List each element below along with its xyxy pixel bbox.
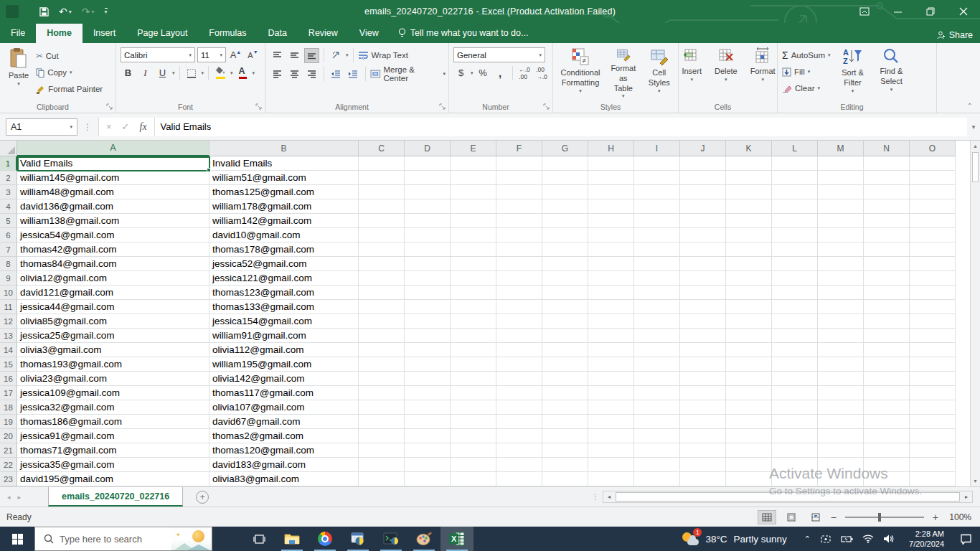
row-header-11[interactable]: 11 [0,300,17,314]
cell-E6[interactable] [451,228,496,242]
cell-B7[interactable]: thomas178@gmail.com [209,242,359,257]
cell-H15[interactable] [588,357,634,372]
cell-B3[interactable]: thomas125@gmail.com [209,185,359,199]
cell-O6[interactable] [910,228,956,242]
cell-A15[interactable]: thomas193@gmail.com [17,357,209,372]
cell-L17[interactable] [772,386,818,400]
cell-B16[interactable]: olivia142@gmail.com [209,372,359,386]
cell-N17[interactable] [864,386,910,400]
cell-M14[interactable] [818,343,864,357]
paint-icon[interactable] [407,527,440,551]
cell-H3[interactable] [588,185,634,199]
cell-M18[interactable] [818,400,864,415]
top-align-button[interactable] [270,48,285,63]
cell-C5[interactable] [359,214,405,228]
cell-B10[interactable]: thomas123@gmail.com [209,286,359,300]
cell-E5[interactable] [451,214,496,228]
cell-D5[interactable] [405,214,451,228]
cell-E1[interactable] [451,156,496,171]
format-painter-button[interactable]: Format Painter [36,81,103,97]
cell-A3[interactable]: william48@gmail.com [17,185,209,199]
cell-F11[interactable] [496,300,542,314]
zoom-in-icon[interactable]: + [933,512,938,523]
cell-J19[interactable] [680,415,726,429]
cell-B19[interactable]: david67@gmail.com [209,415,359,429]
autosum-button[interactable]: ΣAutoSum▾ [782,47,830,63]
cell-B5[interactable]: william142@gmail.com [209,214,359,228]
cell-L10[interactable] [772,286,818,300]
cell-K1[interactable] [726,156,772,171]
cell-O18[interactable] [910,400,956,415]
cell-O19[interactable] [910,415,956,429]
cell-E13[interactable] [451,329,496,343]
cell-L23[interactable] [772,472,818,486]
clock[interactable]: 2:28 AM 7/20/2024 [902,529,951,550]
cell-G19[interactable] [542,415,588,429]
font-family-select[interactable]: Calibri▾ [121,47,195,62]
cell-N21[interactable] [864,443,910,458]
cell-D8[interactable] [405,257,451,271]
cell-A1[interactable]: Valid Emails [17,156,209,171]
namebox-splitter[interactable]: ⋮ [83,122,93,132]
cell-I20[interactable] [634,429,680,443]
cell-E22[interactable] [451,458,496,472]
cell-B17[interactable]: thomas117@gmail.com [209,386,359,400]
cell-E4[interactable] [451,199,496,214]
row-header-10[interactable]: 10 [0,286,17,300]
cell-J14[interactable] [680,343,726,357]
bottom-align-button[interactable] [304,48,319,63]
cell-K23[interactable] [726,472,772,486]
cell-G8[interactable] [542,257,588,271]
cell-N7[interactable] [864,242,910,257]
cell-F14[interactable] [496,343,542,357]
cell-C7[interactable] [359,242,405,257]
cell-A23[interactable]: david195@gmail.com [17,472,209,486]
column-header-F[interactable]: F [496,141,542,156]
cell-J5[interactable] [680,214,726,228]
start-icon[interactable] [0,527,34,551]
cell-M13[interactable] [818,329,864,343]
scroll-left-icon[interactable]: ◂ [603,494,615,500]
cell-N9[interactable] [864,271,910,286]
restore-icon[interactable] [914,0,947,23]
cell-O21[interactable] [910,443,956,458]
format-as-table-button[interactable]: Format as Table▾ [605,46,642,101]
cell-N13[interactable] [864,329,910,343]
cell-K6[interactable] [726,228,772,242]
cell-H11[interactable] [588,300,634,314]
accounting-dropdown[interactable]: ▾ [471,70,473,76]
cell-styles-button[interactable]: Cell Styles▾ [644,46,675,101]
cell-A5[interactable]: william138@gmail.com [17,214,209,228]
cell-H22[interactable] [588,458,634,472]
cell-E19[interactable] [451,415,496,429]
cell-L4[interactable] [772,199,818,214]
formula-bar-expand-icon[interactable]: ▾ [967,123,980,131]
cell-M23[interactable] [818,472,864,486]
cell-K3[interactable] [726,185,772,199]
number-format-select[interactable]: General▾ [453,47,545,62]
row-header-18[interactable]: 18 [0,400,17,415]
cell-O3[interactable] [910,185,956,199]
cell-I2[interactable] [634,171,680,185]
normal-view-icon[interactable] [758,510,776,524]
cell-G17[interactable] [542,386,588,400]
excel-icon[interactable]: X [440,527,473,551]
cell-M17[interactable] [818,386,864,400]
cell-C21[interactable] [359,443,405,458]
cell-G14[interactable] [542,343,588,357]
number-dialog-launcher-icon[interactable] [543,103,550,110]
align-left-button[interactable] [270,67,285,82]
scroll-up-icon[interactable]: ▲ [971,141,980,151]
cell-G4[interactable] [542,199,588,214]
cell-H1[interactable] [588,156,634,171]
tab-review[interactable]: Review [298,24,349,43]
cast-icon[interactable] [820,534,831,544]
cell-L13[interactable] [772,329,818,343]
column-header-B[interactable]: B [209,141,359,156]
cell-A2[interactable]: william145@gmail.com [17,171,209,185]
cell-F20[interactable] [496,429,542,443]
cell-K8[interactable] [726,257,772,271]
underline-dropdown[interactable]: ▾ [172,70,175,76]
cell-I17[interactable] [634,386,680,400]
cell-A7[interactable]: thomas42@gmail.com [17,242,209,257]
